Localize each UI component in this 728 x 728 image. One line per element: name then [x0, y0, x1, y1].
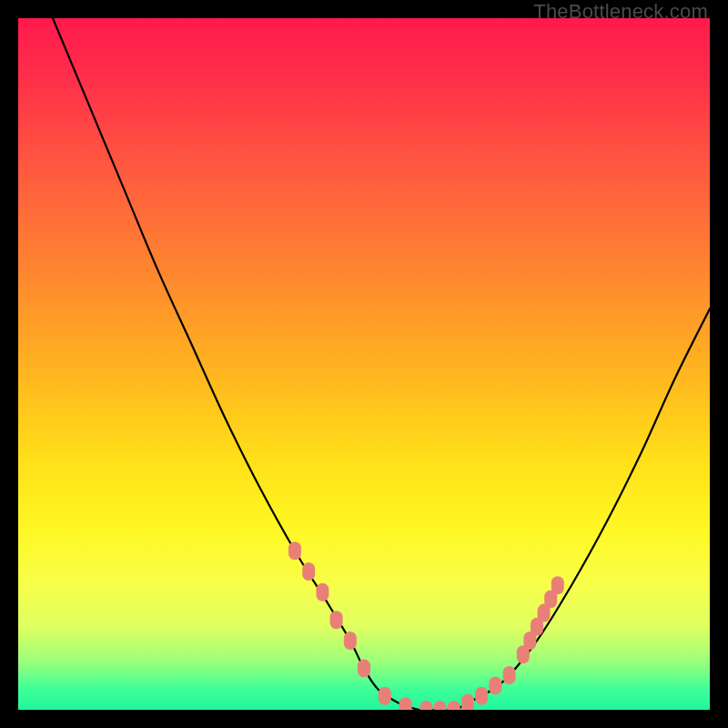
marker-dot — [461, 693, 474, 710]
marker-dot — [489, 676, 501, 694]
curve-svg — [18, 18, 710, 710]
marker-dot — [551, 576, 564, 594]
marker-dot — [288, 541, 301, 560]
marker-dot — [358, 659, 370, 677]
marker-dot — [448, 701, 460, 710]
marker-dot — [330, 611, 343, 629]
marker-dot — [503, 666, 516, 684]
marker-dot — [399, 697, 412, 710]
marker-dot — [420, 701, 432, 710]
marker-dot — [302, 562, 315, 581]
chart-frame: TheBottleneck.com — [0, 0, 728, 728]
marker-dot — [379, 687, 391, 705]
marker-dot — [316, 583, 329, 602]
plot-area — [18, 18, 710, 710]
marker-dot — [475, 687, 488, 705]
highlight-markers — [288, 541, 564, 710]
bottleneck-curve — [53, 18, 710, 710]
marker-dot — [344, 632, 357, 650]
marker-dot — [434, 701, 447, 710]
